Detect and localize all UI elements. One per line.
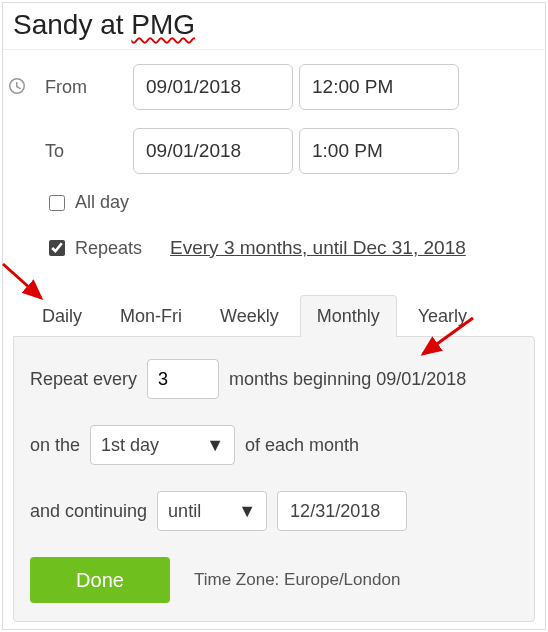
to-time-input[interactable]: 1:00 PM — [299, 128, 459, 174]
tab-weekly[interactable]: Weekly — [203, 295, 296, 337]
repeat-every-post: months beginning 09/01/2018 — [229, 369, 466, 390]
repeat-interval-input[interactable] — [147, 359, 219, 399]
clock-icon — [9, 78, 25, 99]
tab-monfri[interactable]: Mon-Fri — [103, 295, 199, 337]
onthe-pre: on the — [30, 435, 80, 456]
chevron-down-icon: ▼ — [206, 435, 224, 456]
repeats-label: Repeats — [75, 238, 142, 259]
continuing-mode-value: until — [168, 501, 201, 522]
repeat-summary-link[interactable]: Every 3 months, until Dec 31, 2018 — [170, 237, 466, 259]
tab-yearly[interactable]: Yearly — [401, 295, 484, 337]
svg-line-0 — [3, 264, 41, 298]
done-button[interactable]: Done — [30, 557, 170, 603]
end-date-input[interactable]: 12/31/2018 — [277, 491, 407, 531]
from-time-input[interactable]: 12:00 PM — [299, 64, 459, 110]
allday-label: All day — [75, 192, 129, 213]
title-spellcheck: PMG — [131, 9, 195, 40]
from-label: From — [13, 77, 133, 98]
event-title[interactable]: Sandy at PMG — [3, 3, 545, 50]
tab-panel-monthly: Repeat every months beginning 09/01/2018… — [13, 336, 535, 622]
tab-monthly[interactable]: Monthly — [300, 295, 397, 337]
repeat-every-pre: Repeat every — [30, 369, 137, 390]
onthe-post: of each month — [245, 435, 359, 456]
tab-daily[interactable]: Daily — [25, 295, 99, 337]
to-date-input[interactable]: 09/01/2018 — [133, 128, 293, 174]
continuing-pre: and continuing — [30, 501, 147, 522]
to-label: To — [13, 141, 133, 162]
repeats-checkbox[interactable] — [49, 240, 65, 256]
from-date-input[interactable]: 09/01/2018 — [133, 64, 293, 110]
monthday-select-value: 1st day — [101, 435, 159, 456]
chevron-down-icon: ▼ — [238, 501, 256, 522]
allday-checkbox[interactable] — [49, 195, 65, 211]
monthday-select[interactable]: 1st day ▼ — [90, 425, 235, 465]
continuing-mode-select[interactable]: until ▼ — [157, 491, 267, 531]
title-text: Sandy at — [13, 9, 131, 40]
timezone-label: Time Zone: Europe/London — [194, 570, 400, 590]
